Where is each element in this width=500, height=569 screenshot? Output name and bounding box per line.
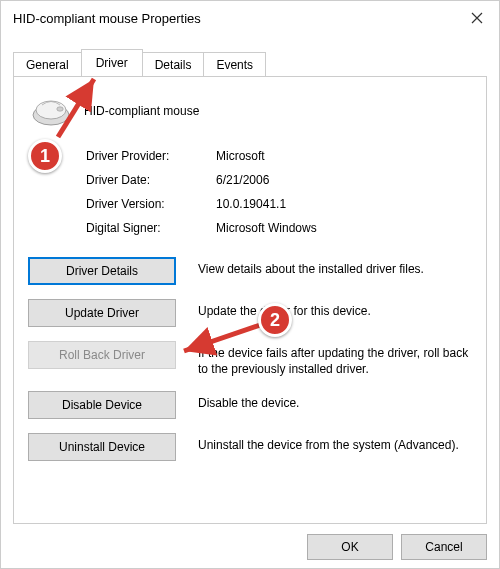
tab-panel-driver: HID-compliant mouse Driver Provider: Mic… [13, 76, 487, 524]
tab-driver[interactable]: Driver [81, 49, 143, 76]
disable-device-button[interactable]: Disable Device [28, 391, 176, 419]
roll-back-driver-description: If the device fails after updating the d… [198, 341, 472, 377]
tabstrip: General Driver Details Events [13, 49, 487, 76]
driver-provider-value: Microsoft [216, 149, 472, 163]
svg-point-2 [57, 107, 63, 111]
driver-date-label: Driver Date: [86, 173, 216, 187]
window-title: HID-compliant mouse Properties [13, 11, 201, 26]
tab-general[interactable]: General [13, 52, 82, 77]
uninstall-device-description: Uninstall the device from the system (Ad… [198, 433, 472, 453]
driver-version-value: 10.0.19041.1 [216, 197, 472, 211]
digital-signer-value: Microsoft Windows [216, 221, 472, 235]
update-driver-button[interactable]: Update Driver [28, 299, 176, 327]
driver-version-label: Driver Version: [86, 197, 216, 211]
driver-details-button[interactable]: Driver Details [28, 257, 176, 285]
cancel-button[interactable]: Cancel [401, 534, 487, 560]
uninstall-device-button[interactable]: Uninstall Device [28, 433, 176, 461]
digital-signer-label: Digital Signer: [86, 221, 216, 235]
tab-details[interactable]: Details [142, 52, 205, 77]
driver-details-description: View details about the installed driver … [198, 257, 472, 277]
mouse-icon [30, 95, 72, 127]
dialog-buttons: OK Cancel [1, 524, 499, 569]
ok-button[interactable]: OK [307, 534, 393, 560]
close-button[interactable] [455, 1, 499, 35]
titlebar: HID-compliant mouse Properties [1, 1, 499, 35]
disable-device-description: Disable the device. [198, 391, 472, 411]
annotation-badge-1: 1 [28, 139, 62, 173]
device-name: HID-compliant mouse [84, 104, 199, 118]
driver-info: Driver Provider: Microsoft Driver Date: … [86, 149, 472, 235]
driver-date-value: 6/21/2006 [216, 173, 472, 187]
driver-provider-label: Driver Provider: [86, 149, 216, 163]
roll-back-driver-button: Roll Back Driver [28, 341, 176, 369]
tab-events[interactable]: Events [203, 52, 266, 77]
close-icon [471, 12, 483, 24]
update-driver-description: Update the driver for this device. [198, 299, 472, 319]
